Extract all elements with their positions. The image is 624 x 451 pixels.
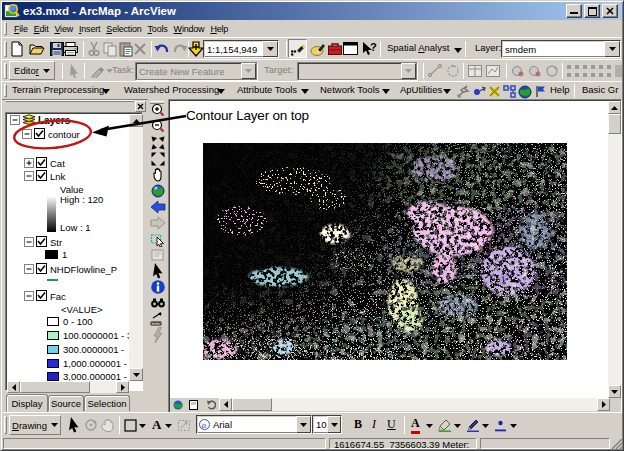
svg-text:?: ?: [370, 41, 377, 53]
svg-text:a: a: [202, 420, 207, 430]
